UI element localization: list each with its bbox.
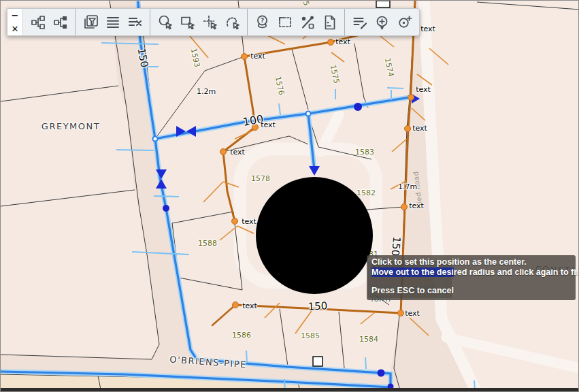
add-point-icon	[374, 14, 391, 31]
select-by-lasso-button[interactable]	[221, 10, 244, 35]
select-by-circle-icon	[157, 14, 173, 31]
select-by-lasso-icon	[225, 14, 241, 31]
select-region-button[interactable]	[274, 10, 296, 35]
tooltip-line-2: Move out to the desired radius and click…	[371, 267, 579, 277]
add-point-button[interactable]	[371, 10, 393, 35]
select-by-crosshair-button[interactable]	[199, 10, 221, 35]
scheme-view-icon	[30, 14, 46, 31]
document-report-button[interactable]	[318, 10, 341, 35]
select-by-crosshair-icon	[202, 14, 218, 31]
split-edge-button[interactable]	[296, 10, 318, 35]
edit-attributes-icon	[352, 14, 368, 31]
select-by-rectangle-icon	[180, 14, 196, 31]
add-location-icon	[397, 14, 413, 31]
select-by-rectangle-button[interactable]	[176, 10, 199, 35]
filter-layers-button[interactable]	[79, 10, 101, 35]
layer-list-button[interactable]	[101, 10, 124, 35]
select-region-icon	[277, 14, 293, 31]
gis-app-window: GREYMONTO'BRIENS-PIPECONSTANRied Road150…	[0, 0, 579, 392]
layer-list-icon	[105, 14, 121, 31]
toolbar-window-buttons: − ✕	[7, 9, 23, 35]
map-base-svg	[1, 1, 579, 392]
list-remove-button[interactable]	[124, 10, 146, 35]
floating-toolbar: − ✕	[7, 8, 420, 36]
toolbar-group-scheme	[23, 9, 75, 35]
tooltip-line-3: Press ESC to cancel	[371, 286, 454, 295]
close-toolbar-button[interactable]: ✕	[7, 22, 22, 36]
scheme-view-filled-icon	[52, 14, 69, 31]
scheme-view-filled-button[interactable]	[49, 10, 71, 35]
svg-text:?: ?	[260, 17, 263, 24]
document-report-icon	[322, 14, 338, 31]
identify-icon: ?	[254, 14, 271, 31]
toolbar-group-edit	[345, 9, 419, 35]
bottom-edge-bar	[1, 388, 579, 392]
toolbar-group-tools: ?	[248, 9, 344, 35]
filter-layers-icon	[82, 14, 99, 31]
identify-button[interactable]: ?	[251, 10, 274, 35]
add-location-button[interactable]	[393, 10, 416, 35]
toolbar-group-select	[150, 9, 247, 35]
minimize-toolbar-button[interactable]: −	[7, 9, 22, 22]
toolbar-group-lists	[76, 9, 150, 35]
scheme-view-button[interactable]	[27, 10, 49, 35]
radius-tool-tooltip: Click to set this position as the center…	[367, 255, 576, 300]
edit-attributes-button[interactable]	[348, 10, 371, 35]
list-remove-icon	[127, 14, 144, 31]
tooltip-line-1: Click to set this position as the center…	[371, 257, 527, 267]
select-by-circle-button[interactable]	[154, 10, 176, 35]
split-edge-icon	[299, 14, 316, 31]
